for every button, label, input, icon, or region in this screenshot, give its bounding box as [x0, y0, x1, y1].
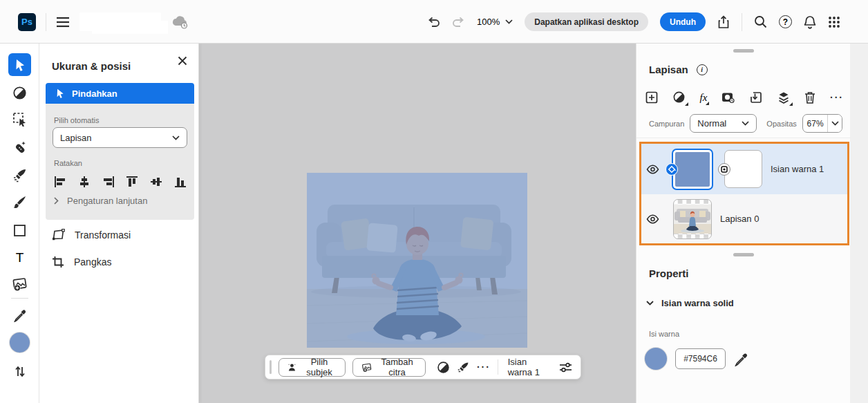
- opacity-label: Opasitas: [766, 120, 796, 128]
- chevron-down-icon: [646, 301, 654, 306]
- align-middle-vertical-icon[interactable]: [150, 176, 162, 188]
- align-center-horizontal-icon[interactable]: [78, 176, 91, 188]
- apps-grid-icon[interactable]: [828, 16, 840, 28]
- remove-tool-icon[interactable]: [8, 163, 31, 186]
- person-icon: [287, 362, 296, 373]
- zoom-level-control[interactable]: 100%: [477, 17, 513, 27]
- image-layer-thumbnail[interactable]: [673, 199, 712, 239]
- swap-colors-icon[interactable]: [8, 360, 31, 383]
- remove-background-icon[interactable]: [457, 361, 470, 374]
- eyedropper-icon[interactable]: [734, 352, 748, 366]
- redo-icon[interactable]: [452, 17, 465, 28]
- auto-select-dropdown[interactable]: Lapisan: [53, 127, 187, 148]
- right-gutter: [850, 44, 868, 403]
- adjustment-layer-icon[interactable]: [672, 91, 686, 104]
- info-icon[interactable]: i: [697, 64, 708, 75]
- add-image-tool-icon[interactable]: [8, 272, 31, 295]
- align-top-icon[interactable]: [126, 176, 138, 188]
- layer-mask-icon[interactable]: [721, 91, 735, 104]
- move-mode-button[interactable]: Pindahkan: [46, 83, 194, 104]
- blend-mode-dropdown[interactable]: Normal: [690, 114, 757, 133]
- chevron-right-icon: [54, 197, 59, 205]
- layer-actions-row: fx ···: [645, 91, 844, 104]
- opacity-dropdown-chevron-icon[interactable]: [827, 115, 842, 132]
- cloud-sync-icon: [171, 15, 189, 30]
- align-right-icon[interactable]: [102, 176, 115, 188]
- group-layers-icon[interactable]: [777, 91, 791, 104]
- visibility-eye-icon[interactable]: [646, 164, 659, 175]
- delete-layer-icon[interactable]: [804, 91, 816, 104]
- document-artboard[interactable]: [307, 173, 527, 348]
- active-layer-label: Isian warna 1: [505, 357, 552, 377]
- opacity-control: 67%: [802, 114, 842, 133]
- fill-color-label: Isi warna: [649, 330, 679, 338]
- layer-name[interactable]: Lapisan 0: [720, 214, 759, 224]
- more-options-icon[interactable]: ···: [477, 362, 491, 373]
- tool-options-panel: Ukuran & posisi Pindahkan Pilih otomatis…: [39, 44, 199, 403]
- visibility-eye-icon[interactable]: [646, 214, 659, 225]
- layers-more-icon[interactable]: ···: [830, 92, 844, 103]
- hamburger-menu-icon[interactable]: [56, 17, 70, 28]
- crop-item[interactable]: Pangkas: [52, 256, 111, 268]
- new-layer-icon[interactable]: [645, 91, 659, 104]
- canvas-area[interactable]: [199, 44, 636, 403]
- notifications-bell-icon[interactable]: [804, 15, 816, 29]
- adjustments-icon[interactable]: [437, 361, 450, 374]
- select-subject-button[interactable]: Pilih subjek: [279, 358, 346, 377]
- crop-icon: [52, 256, 64, 268]
- healing-tool-icon[interactable]: [8, 135, 31, 158]
- divider: [46, 13, 46, 31]
- layer-mask-thumbnail[interactable]: [724, 150, 762, 188]
- layer-row-image[interactable]: Lapisan 0: [641, 194, 847, 243]
- help-icon[interactable]: ?: [779, 15, 792, 28]
- opacity-value[interactable]: 67%: [803, 115, 828, 132]
- layer-name[interactable]: Isian warna 1: [771, 164, 824, 174]
- add-image-button[interactable]: Tambah citra: [352, 358, 426, 377]
- taskbar-settings-sliders-icon[interactable]: [559, 362, 572, 373]
- panel-drag-handle[interactable]: [733, 49, 754, 53]
- align-left-icon[interactable]: [54, 176, 66, 188]
- solid-fill-section-toggle[interactable]: Isian warna solid: [646, 298, 734, 308]
- chevron-down-icon: [505, 19, 513, 24]
- divider: [742, 13, 742, 31]
- fill-hex-input[interactable]: [675, 348, 726, 369]
- adjust-tool-icon[interactable]: [8, 82, 31, 104]
- panel-title: Ukuran & posisi: [52, 60, 131, 72]
- color-fill-overlay: [307, 173, 527, 348]
- layer-row-fill[interactable]: Isian warna 1: [641, 144, 847, 194]
- add-image-icon: [361, 361, 372, 374]
- taskbar-drag-handle[interactable]: [270, 360, 272, 374]
- selection-tool-icon[interactable]: [8, 108, 31, 131]
- brush-tool-icon[interactable]: [8, 191, 31, 214]
- document-title-redacted: [79, 12, 161, 31]
- layer-effects-icon[interactable]: fx: [699, 92, 707, 104]
- shape-tool-icon[interactable]: [8, 219, 31, 242]
- top-bar: Ps 100% Dapatkan aplikasi desktop Unduh …: [0, 0, 868, 44]
- undo-icon[interactable]: [427, 17, 440, 28]
- advanced-settings-toggle[interactable]: Pengaturan lanjutan: [54, 196, 147, 206]
- blend-mode-label: Campuran: [649, 120, 684, 128]
- fill-color-swatch[interactable]: [645, 348, 667, 370]
- align-bottom-icon[interactable]: [174, 176, 187, 188]
- transform-item[interactable]: Transformasi: [52, 229, 131, 241]
- logo-text: Ps: [21, 17, 32, 27]
- import-layer-icon[interactable]: [749, 91, 763, 104]
- blend-opacity-row: Campuran Normal Opasitas 67%: [649, 114, 842, 133]
- fill-layer-badge-icon: [666, 163, 678, 176]
- move-tool-icon[interactable]: [8, 53, 31, 76]
- panel-drag-handle[interactable]: [733, 253, 754, 256]
- contextual-taskbar: Pilih subjek Tambah citra ··· Isian warn…: [265, 355, 581, 379]
- chevron-down-icon: [172, 135, 180, 140]
- fill-layer-thumbnail[interactable]: [672, 149, 713, 190]
- eyedropper-tool-icon[interactable]: [8, 303, 31, 326]
- foreground-color-swatch[interactable]: [10, 332, 30, 353]
- divider: [636, 138, 851, 138]
- search-icon[interactable]: [754, 15, 767, 28]
- get-desktop-app-button[interactable]: Dapatkan aplikasi desktop: [525, 12, 648, 31]
- close-icon[interactable]: [175, 53, 190, 68]
- share-icon[interactable]: [717, 15, 730, 29]
- transform-icon: [52, 229, 65, 241]
- type-tool-icon[interactable]: T: [8, 246, 31, 269]
- layers-list-highlight: Isian warna 1 Lapis: [639, 142, 849, 245]
- download-button[interactable]: Unduh: [660, 12, 706, 31]
